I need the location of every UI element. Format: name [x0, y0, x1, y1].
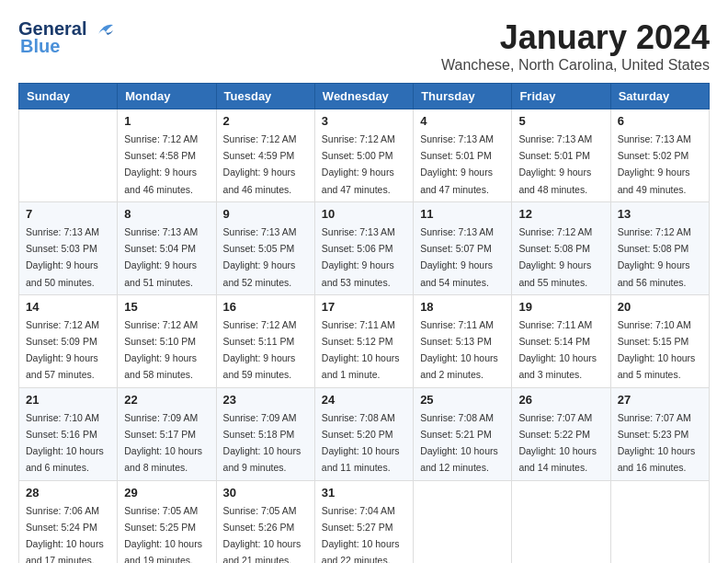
day-number: 25: [420, 393, 505, 407]
calendar-week-3: 14 Sunrise: 7:12 AMSunset: 5:09 PMDaylig…: [19, 294, 710, 387]
location-subtitle: Wanchese, North Carolina, United States: [441, 57, 710, 74]
calendar-week-1: 1 Sunrise: 7:12 AMSunset: 4:58 PMDayligh…: [19, 109, 710, 202]
day-info: Sunrise: 7:12 AMSunset: 5:08 PMDaylight:…: [618, 226, 691, 288]
month-title: January 2024: [441, 18, 710, 57]
calendar-body: 1 Sunrise: 7:12 AMSunset: 4:58 PMDayligh…: [19, 109, 710, 564]
calendar-cell: 8 Sunrise: 7:13 AMSunset: 5:04 PMDayligh…: [118, 201, 216, 294]
logo-bird-icon: [89, 21, 113, 38]
day-number: 14: [26, 300, 110, 314]
title-section: January 2024 Wanchese, North Carolina, U…: [441, 18, 710, 74]
calendar-cell: [512, 480, 610, 563]
day-info: Sunrise: 7:09 AMSunset: 5:18 PMDaylight:…: [223, 412, 301, 474]
calendar-cell: [19, 109, 118, 202]
day-info: Sunrise: 7:13 AMSunset: 5:01 PMDaylight:…: [420, 133, 494, 195]
day-header-friday: Friday: [512, 84, 610, 109]
day-number: 19: [518, 300, 603, 314]
day-number: 3: [322, 114, 406, 128]
day-info: Sunrise: 7:13 AMSunset: 5:03 PMDaylight:…: [26, 226, 99, 288]
calendar-header-row: SundayMondayTuesdayWednesdayThursdayFrid…: [19, 84, 710, 109]
day-info: Sunrise: 7:13 AMSunset: 5:01 PMDaylight:…: [518, 133, 592, 195]
day-number: 29: [124, 486, 209, 500]
day-header-sunday: Sunday: [19, 84, 118, 109]
day-number: 7: [26, 207, 110, 221]
day-number: 8: [124, 207, 209, 221]
day-number: 20: [618, 300, 702, 314]
calendar-cell: 24 Sunrise: 7:08 AMSunset: 5:20 PMDaylig…: [314, 387, 413, 480]
day-info: Sunrise: 7:13 AMSunset: 5:02 PMDaylight:…: [618, 133, 691, 195]
day-info: Sunrise: 7:12 AMSunset: 5:09 PMDaylight:…: [26, 319, 99, 381]
day-header-thursday: Thursday: [414, 84, 512, 109]
day-header-wednesday: Wednesday: [314, 84, 413, 109]
calendar-cell: 10 Sunrise: 7:13 AMSunset: 5:06 PMDaylig…: [314, 201, 413, 294]
day-number: 31: [322, 486, 406, 500]
calendar-week-4: 21 Sunrise: 7:10 AMSunset: 5:16 PMDaylig…: [19, 387, 710, 480]
day-info: Sunrise: 7:06 AMSunset: 5:24 PMDaylight:…: [26, 505, 104, 564]
calendar-cell: 16 Sunrise: 7:12 AMSunset: 5:11 PMDaylig…: [216, 294, 314, 387]
day-header-tuesday: Tuesday: [216, 84, 314, 109]
calendar-table: SundayMondayTuesdayWednesdayThursdayFrid…: [18, 83, 710, 563]
day-number: 1: [124, 114, 209, 128]
page-header: General Blue January 2024 Wanchese, Nort…: [18, 18, 710, 74]
day-number: 21: [26, 393, 110, 407]
calendar-cell: 25 Sunrise: 7:08 AMSunset: 5:21 PMDaylig…: [414, 387, 512, 480]
calendar-cell: 18 Sunrise: 7:11 AMSunset: 5:13 PMDaylig…: [414, 294, 512, 387]
day-number: 10: [322, 207, 406, 221]
calendar-cell: 1 Sunrise: 7:12 AMSunset: 4:58 PMDayligh…: [118, 109, 216, 202]
day-number: 22: [124, 393, 209, 407]
day-info: Sunrise: 7:05 AMSunset: 5:25 PMDaylight:…: [124, 505, 202, 564]
day-info: Sunrise: 7:08 AMSunset: 5:20 PMDaylight:…: [322, 412, 400, 474]
day-info: Sunrise: 7:07 AMSunset: 5:22 PMDaylight:…: [518, 412, 597, 474]
day-number: 28: [26, 486, 110, 500]
calendar-cell: 31 Sunrise: 7:04 AMSunset: 5:27 PMDaylig…: [314, 480, 413, 563]
calendar-cell: 15 Sunrise: 7:12 AMSunset: 5:10 PMDaylig…: [118, 294, 216, 387]
calendar-cell: 14 Sunrise: 7:12 AMSunset: 5:09 PMDaylig…: [19, 294, 118, 387]
day-number: 30: [223, 486, 308, 500]
day-info: Sunrise: 7:13 AMSunset: 5:05 PMDaylight:…: [223, 226, 297, 288]
day-number: 23: [223, 393, 308, 407]
calendar-cell: 20 Sunrise: 7:10 AMSunset: 5:15 PMDaylig…: [610, 294, 709, 387]
day-number: 12: [518, 207, 603, 221]
day-info: Sunrise: 7:11 AMSunset: 5:12 PMDaylight:…: [322, 319, 400, 381]
day-info: Sunrise: 7:13 AMSunset: 5:04 PMDaylight:…: [124, 226, 198, 288]
calendar-cell: 4 Sunrise: 7:13 AMSunset: 5:01 PMDayligh…: [414, 109, 512, 202]
day-number: 18: [420, 300, 505, 314]
day-info: Sunrise: 7:13 AMSunset: 5:07 PMDaylight:…: [420, 226, 494, 288]
day-info: Sunrise: 7:10 AMSunset: 5:16 PMDaylight:…: [26, 412, 104, 474]
day-info: Sunrise: 7:12 AMSunset: 5:08 PMDaylight:…: [518, 226, 592, 288]
calendar-cell: 27 Sunrise: 7:07 AMSunset: 5:23 PMDaylig…: [610, 387, 709, 480]
calendar-cell: 2 Sunrise: 7:12 AMSunset: 4:59 PMDayligh…: [216, 109, 314, 202]
calendar-cell: 5 Sunrise: 7:13 AMSunset: 5:01 PMDayligh…: [512, 109, 610, 202]
day-info: Sunrise: 7:05 AMSunset: 5:26 PMDaylight:…: [223, 505, 301, 564]
calendar-cell: 30 Sunrise: 7:05 AMSunset: 5:26 PMDaylig…: [216, 480, 314, 563]
calendar-cell: 6 Sunrise: 7:13 AMSunset: 5:02 PMDayligh…: [610, 109, 709, 202]
day-info: Sunrise: 7:11 AMSunset: 5:13 PMDaylight:…: [420, 319, 498, 381]
day-info: Sunrise: 7:11 AMSunset: 5:14 PMDaylight:…: [518, 319, 597, 381]
day-number: 4: [420, 114, 505, 128]
calendar-cell: 13 Sunrise: 7:12 AMSunset: 5:08 PMDaylig…: [610, 201, 709, 294]
day-info: Sunrise: 7:07 AMSunset: 5:23 PMDaylight:…: [618, 412, 696, 474]
calendar-cell: 3 Sunrise: 7:12 AMSunset: 5:00 PMDayligh…: [314, 109, 413, 202]
calendar-cell: 11 Sunrise: 7:13 AMSunset: 5:07 PMDaylig…: [414, 201, 512, 294]
day-header-monday: Monday: [118, 84, 216, 109]
calendar-cell: 19 Sunrise: 7:11 AMSunset: 5:14 PMDaylig…: [512, 294, 610, 387]
logo: General Blue: [18, 18, 113, 57]
calendar-cell: 29 Sunrise: 7:05 AMSunset: 5:25 PMDaylig…: [118, 480, 216, 563]
calendar-week-5: 28 Sunrise: 7:06 AMSunset: 5:24 PMDaylig…: [19, 480, 710, 563]
day-number: 16: [223, 300, 308, 314]
day-info: Sunrise: 7:13 AMSunset: 5:06 PMDaylight:…: [322, 226, 395, 288]
day-number: 27: [618, 393, 702, 407]
calendar-cell: 12 Sunrise: 7:12 AMSunset: 5:08 PMDaylig…: [512, 201, 610, 294]
calendar-cell: 28 Sunrise: 7:06 AMSunset: 5:24 PMDaylig…: [19, 480, 118, 563]
calendar-cell: 26 Sunrise: 7:07 AMSunset: 5:22 PMDaylig…: [512, 387, 610, 480]
day-header-saturday: Saturday: [610, 84, 709, 109]
day-number: 26: [518, 393, 603, 407]
day-number: 15: [124, 300, 209, 314]
calendar-cell: 23 Sunrise: 7:09 AMSunset: 5:18 PMDaylig…: [216, 387, 314, 480]
day-info: Sunrise: 7:12 AMSunset: 4:58 PMDaylight:…: [124, 133, 198, 195]
day-info: Sunrise: 7:09 AMSunset: 5:17 PMDaylight:…: [124, 412, 202, 474]
calendar-cell: 9 Sunrise: 7:13 AMSunset: 5:05 PMDayligh…: [216, 201, 314, 294]
day-number: 5: [518, 114, 603, 128]
calendar-cell: 7 Sunrise: 7:13 AMSunset: 5:03 PMDayligh…: [19, 201, 118, 294]
day-number: 2: [223, 114, 308, 128]
day-info: Sunrise: 7:10 AMSunset: 5:15 PMDaylight:…: [618, 319, 696, 381]
